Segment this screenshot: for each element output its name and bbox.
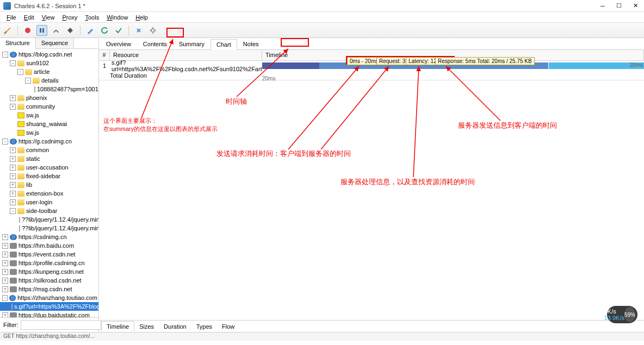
tree-item[interactable]: +user-login (0, 198, 98, 206)
record-icon[interactable] (22, 25, 33, 36)
throttle-icon[interactable] (51, 25, 61, 36)
folder-icon (17, 182, 24, 188)
menu-view[interactable]: View (39, 13, 58, 22)
folder-icon (25, 69, 32, 75)
lock-icon (10, 260, 17, 266)
tree-item[interactable]: +fixed-sidebar (0, 172, 98, 180)
lock-icon (10, 278, 17, 284)
svg-rect-1 (40, 28, 41, 33)
tree-item[interactable]: -https://blog.csdn.net (0, 50, 98, 59)
tree-item[interactable]: +https://kunpeng.csdn.net (0, 267, 98, 276)
folder-icon (17, 104, 24, 110)
tree-item-label: user-login (26, 199, 52, 205)
btab-types[interactable]: Types (191, 322, 217, 331)
tree-item[interactable]: +common (0, 146, 98, 154)
tooltip-response: Response: 5ms Total: 20ms / 25.75 KB (435, 57, 535, 65)
folder-icon (17, 173, 24, 179)
broom-icon[interactable] (2, 25, 13, 36)
tree-item[interactable]: -https://zhanzhang.toutiao.com (0, 293, 98, 302)
tab-structure[interactable]: Structure (0, 38, 36, 49)
tree-item[interactable]: ??lib/jquery/1.12.4/jquery.min.js,user-l (0, 224, 98, 233)
tree-item-label: sun9102 (26, 60, 49, 66)
tree-item[interactable]: sw.js (0, 111, 98, 120)
tree-item[interactable]: s.gif?url=https%3A%2F%2Fblog.csdn (0, 302, 98, 311)
tree-item[interactable]: +lib (0, 180, 98, 189)
tree-item-label: https://csdnimg.cn (18, 234, 67, 240)
tree-item[interactable]: +community (0, 102, 98, 111)
network-badge: 0K/s 13.9K/s 59% (607, 306, 637, 323)
tree-item[interactable]: 108882487?spm=1001.2014 (0, 85, 98, 93)
tree-item[interactable]: +static (0, 154, 98, 163)
breakpoint-icon[interactable] (65, 25, 76, 36)
menu-window[interactable]: Window (103, 13, 131, 22)
tree-item[interactable]: +extension-box (0, 189, 98, 198)
js-icon (17, 112, 24, 118)
folder-icon (17, 95, 24, 101)
tree-item[interactable]: +https://msg.csdn.net (0, 285, 98, 293)
js-icon (17, 121, 24, 127)
scale-label: 20ms (262, 76, 275, 81)
globe-icon (10, 139, 17, 145)
menubar: File Edit View Proxy Tools Window Help (0, 12, 644, 23)
tree-item-label: static (26, 155, 40, 162)
close-button[interactable]: ✕ (632, 3, 639, 9)
tree-item[interactable]: +user-accusation (0, 163, 98, 172)
pause-icon[interactable] (36, 25, 47, 36)
tooltip-range: 0ms - 20ms (347, 57, 381, 65)
edit-icon[interactable] (85, 25, 96, 36)
tree-item[interactable]: +phoenix (0, 93, 98, 102)
tree-item[interactable]: -article (0, 67, 98, 76)
tab-notes[interactable]: Notes (237, 39, 265, 49)
tree-item[interactable]: ??lib/jquery/1.12.4/jquery.min.js,user-l (0, 215, 98, 224)
check-icon[interactable] (113, 25, 124, 36)
filter-input[interactable] (21, 320, 101, 330)
globe-icon (10, 234, 17, 240)
settings-icon[interactable] (147, 25, 158, 36)
menu-edit[interactable]: Edit (21, 13, 38, 22)
col-num[interactable]: # (99, 50, 110, 60)
tree-item[interactable]: +https://profile.csdnimg.cn (0, 259, 98, 267)
tree-item[interactable]: +https://event.csdn.net (0, 250, 98, 259)
menu-file[interactable]: File (3, 13, 20, 22)
tree-item[interactable]: -sun9102 (0, 59, 98, 67)
folder-icon (17, 165, 24, 171)
btab-sizes[interactable]: Sizes (134, 322, 159, 331)
btab-flow[interactable]: Flow (217, 322, 239, 331)
tree-item[interactable]: -side-toolbar (0, 206, 98, 215)
tree-item[interactable]: shuang_waiwai (0, 120, 98, 128)
tree-item[interactable]: -https://g.csdnimg.cn (0, 137, 98, 146)
folder-icon (17, 191, 24, 197)
btab-duration[interactable]: Duration (159, 322, 191, 331)
titlebar: Charles 4.6.2 - Session 1 * ─ ☐ ✕ (0, 0, 644, 12)
tree-item[interactable]: +https://dup.baidustatic.com (0, 311, 98, 317)
tools-icon[interactable] (133, 25, 144, 36)
tree-item[interactable]: -details (0, 76, 98, 85)
tree-item-label: https://kunpeng.csdn.net (18, 268, 84, 275)
tab-sequence[interactable]: Sequence (36, 38, 75, 48)
tree-item[interactable]: sw.js (0, 128, 98, 137)
menu-proxy[interactable]: Proxy (59, 13, 81, 22)
refresh-icon[interactable] (99, 25, 110, 36)
tab-overview[interactable]: Overview (100, 39, 137, 49)
js-icon (17, 130, 24, 136)
menu-tools[interactable]: Tools (82, 13, 103, 22)
btab-timeline[interactable]: Timeline (101, 321, 134, 331)
tree-item-label: https://zhanzhang.toutiao.com (17, 294, 97, 301)
tree-item-label: sw.js (26, 129, 39, 136)
total-label: Total Duration (99, 72, 262, 79)
minimize-button[interactable]: ─ (599, 3, 606, 9)
tree-item[interactable]: +https://hm.baidu.com (0, 241, 98, 250)
tree-item-label: ??lib/jquery/1.12.4/jquery.min.js,user-l (22, 216, 98, 223)
tab-summary[interactable]: Summary (173, 39, 210, 49)
tab-chart[interactable]: Chart (210, 39, 237, 50)
tree-item[interactable]: +https://csdnimg.cn (0, 233, 98, 241)
tree-item-label: https://blog.csdn.net (18, 51, 72, 58)
maximize-button[interactable]: ☐ (616, 3, 622, 9)
tab-contents[interactable]: Contents (137, 39, 173, 49)
tree-item[interactable]: +https://silkroad.csdn.net (0, 276, 98, 285)
svg-point-0 (25, 28, 30, 33)
menu-help[interactable]: Help (132, 13, 151, 22)
structure-tree[interactable]: -https://blog.csdn.net-sun9102-article-d… (0, 49, 98, 317)
globe-icon (9, 295, 16, 301)
lock-icon (10, 312, 17, 318)
